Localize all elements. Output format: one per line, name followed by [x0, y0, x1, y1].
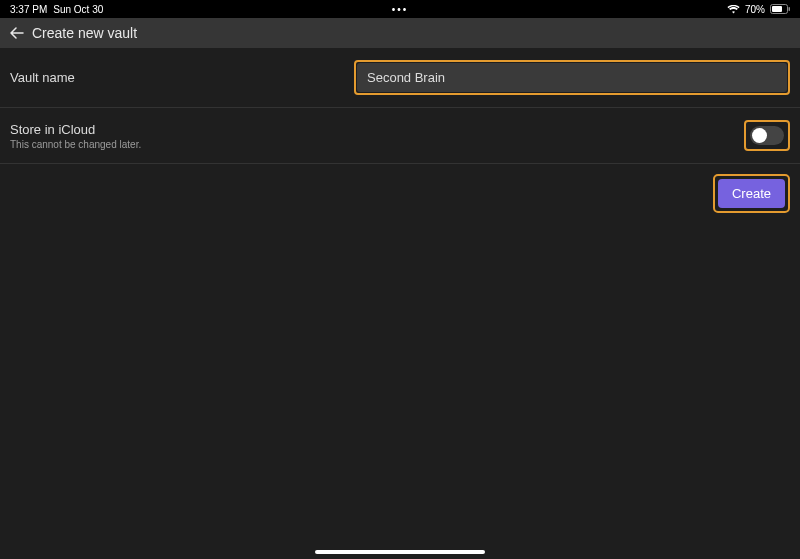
- button-row: Create: [0, 164, 800, 223]
- toggle-knob: [752, 128, 767, 143]
- icloud-label: Store in iCloud: [10, 122, 141, 137]
- status-time: 3:37 PM: [10, 4, 47, 15]
- home-indicator[interactable]: [315, 550, 485, 554]
- vault-name-input[interactable]: [357, 63, 787, 92]
- nav-header: Create new vault: [0, 18, 800, 48]
- multitask-dots[interactable]: •••: [392, 4, 409, 15]
- page-title: Create new vault: [32, 25, 137, 41]
- battery-icon: [770, 4, 790, 14]
- vault-name-label: Vault name: [10, 70, 75, 85]
- vault-name-row: Vault name: [0, 48, 800, 108]
- back-arrow-icon[interactable]: [10, 26, 24, 40]
- svg-rect-1: [772, 6, 782, 12]
- highlight-box: [354, 60, 790, 95]
- icloud-sublabel: This cannot be changed later.: [10, 139, 141, 150]
- wifi-icon: [727, 5, 740, 14]
- status-date: Sun Oct 30: [53, 4, 103, 15]
- svg-rect-2: [789, 7, 791, 11]
- battery-percent: 70%: [745, 4, 765, 15]
- highlight-box: [744, 120, 790, 151]
- form-content: Vault name Store in iCloud This cannot b…: [0, 48, 800, 223]
- highlight-box: Create: [713, 174, 790, 213]
- status-bar: 3:37 PM Sun Oct 30 ••• 70%: [0, 0, 800, 18]
- create-button[interactable]: Create: [718, 179, 785, 208]
- icloud-row: Store in iCloud This cannot be changed l…: [0, 108, 800, 164]
- icloud-toggle[interactable]: [750, 126, 784, 145]
